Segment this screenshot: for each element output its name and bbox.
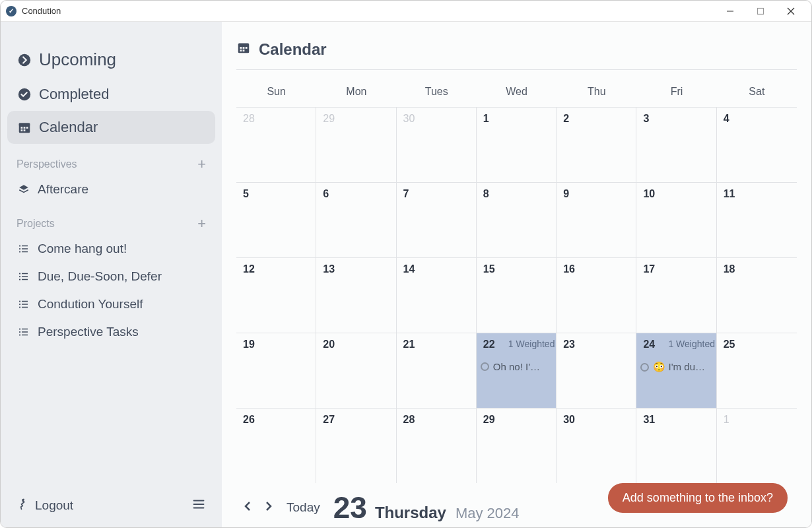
- svg-point-30: [19, 306, 20, 308]
- calendar-cell[interactable]: 18: [717, 257, 797, 333]
- svg-point-37: [22, 498, 24, 500]
- calendar-cell[interactable]: 4: [717, 107, 797, 182]
- today-button[interactable]: Today: [287, 500, 320, 515]
- current-month: May 2024: [456, 505, 520, 522]
- day-number: 7: [403, 188, 469, 200]
- add-perspective-button[interactable]: +: [197, 156, 206, 173]
- calendar-cell[interactable]: 27: [316, 408, 396, 483]
- calendar-cell[interactable]: 29: [477, 408, 557, 483]
- logout-button[interactable]: Logout: [17, 498, 73, 514]
- day-number: 26: [243, 414, 309, 426]
- svg-rect-8: [21, 127, 23, 129]
- task-checkbox[interactable]: [640, 363, 649, 372]
- day-number: 30: [403, 113, 469, 125]
- svg-rect-9: [24, 127, 26, 129]
- calendar-cell[interactable]: 5: [236, 182, 316, 257]
- svg-point-36: [19, 334, 20, 335]
- calendar-cell[interactable]: 26: [236, 408, 316, 483]
- svg-rect-7: [19, 123, 30, 126]
- day-number: 28: [403, 414, 469, 426]
- project-item[interactable]: Perspective Tasks: [7, 318, 215, 346]
- day-number: 23: [563, 339, 629, 350]
- calendar-cell[interactable]: 19: [236, 333, 316, 408]
- add-project-button[interactable]: +: [197, 215, 206, 232]
- prev-button[interactable]: [243, 502, 252, 513]
- svg-point-22: [19, 273, 20, 274]
- calendar-cell[interactable]: 25: [717, 333, 797, 408]
- calendar-cell[interactable]: 8: [477, 182, 557, 257]
- calendar-cell[interactable]: 6: [316, 182, 396, 257]
- calendar-cell[interactable]: 1: [477, 107, 557, 182]
- calendar-cell[interactable]: 31: [636, 408, 716, 483]
- task-checkbox[interactable]: [481, 362, 489, 371]
- calendar-cell[interactable]: 13: [316, 257, 396, 333]
- svg-rect-42: [240, 47, 242, 49]
- svg-rect-43: [243, 47, 245, 49]
- calendar-cell[interactable]: 1: [717, 408, 797, 483]
- projects-header: Projects +: [7, 209, 215, 235]
- chevron-circle-icon: [17, 53, 32, 67]
- calendar-cell[interactable]: 21: [397, 333, 477, 408]
- menu-button[interactable]: [191, 497, 206, 514]
- calendar-cell[interactable]: 16: [557, 257, 636, 333]
- sidebar: Upcoming Completed Calendar Perspectives…: [1, 22, 222, 527]
- task-item[interactable]: 😳 I'm du…: [640, 361, 712, 373]
- day-of-week-header: Fri: [636, 86, 716, 107]
- calendar-cell[interactable]: 7: [397, 182, 477, 257]
- project-item[interactable]: Condution Yourself: [7, 290, 215, 318]
- current-day-name: Thursday: [375, 504, 446, 522]
- calendar-cell[interactable]: 3: [636, 107, 716, 182]
- next-button[interactable]: [264, 502, 273, 513]
- logout-icon: [17, 498, 30, 514]
- list-icon: [17, 298, 31, 310]
- maximize-button[interactable]: [745, 1, 776, 22]
- nav-completed[interactable]: Completed: [7, 78, 215, 111]
- layers-icon: [17, 183, 31, 195]
- titlebar: ✓ Condution: [1, 1, 811, 22]
- calendar-cell[interactable]: 28: [397, 408, 477, 483]
- calendar-cell[interactable]: 30: [397, 107, 477, 182]
- close-button[interactable]: [776, 1, 806, 22]
- project-label: Come hang out!: [38, 242, 127, 256]
- calendar-cell[interactable]: 10: [636, 182, 716, 257]
- project-item[interactable]: Due, Due-Soon, Defer: [7, 263, 215, 290]
- day-number: 30: [563, 414, 629, 426]
- app-icon: ✓: [6, 6, 17, 16]
- day-number: 31: [643, 414, 709, 426]
- calendar-cell[interactable]: 221 WeightedOh no! I'…: [477, 333, 557, 408]
- svg-rect-11: [21, 129, 23, 131]
- svg-rect-44: [246, 47, 248, 49]
- calendar-cell[interactable]: 30: [557, 408, 636, 483]
- calendar-cell[interactable]: 17: [636, 257, 716, 333]
- perspective-item[interactable]: Aftercare: [7, 176, 215, 203]
- day-of-week-header: Wed: [477, 86, 557, 107]
- calendar-cell[interactable]: 29: [316, 107, 396, 182]
- calendar-cell[interactable]: 28: [236, 107, 316, 182]
- calendar-cell[interactable]: 2: [557, 107, 636, 182]
- list-icon: [17, 271, 31, 282]
- calendar-cell[interactable]: 12: [236, 257, 316, 333]
- calendar-cell[interactable]: 20: [316, 333, 396, 408]
- minimize-button[interactable]: [715, 1, 745, 22]
- day-number: 17: [643, 263, 709, 275]
- current-day-number: 23: [333, 490, 367, 525]
- svg-point-35: [19, 331, 20, 333]
- project-item[interactable]: Come hang out!: [7, 235, 215, 263]
- project-label: Condution Yourself: [38, 297, 143, 312]
- nav-calendar[interactable]: Calendar: [7, 111, 215, 144]
- calendar-cell[interactable]: 241 Weighted😳 I'm du…: [636, 333, 716, 408]
- add-to-inbox-button[interactable]: Add something to the inbox?: [608, 483, 788, 513]
- day-number: 28: [243, 113, 309, 125]
- task-item[interactable]: Oh no! I'…: [481, 361, 552, 372]
- calendar-cell[interactable]: 9: [557, 182, 636, 257]
- page-header: Calendar: [236, 40, 797, 70]
- nav-upcoming[interactable]: Upcoming: [7, 42, 215, 78]
- weight-badge: 1 Weighted: [668, 339, 715, 349]
- calendar-cell[interactable]: 15: [477, 257, 557, 333]
- calendar-cell[interactable]: 11: [717, 182, 797, 257]
- calendar-cell[interactable]: 23: [557, 333, 636, 408]
- calendar-cell[interactable]: 14: [397, 257, 477, 333]
- day-number: 3: [643, 113, 709, 125]
- day-number: 29: [323, 113, 389, 125]
- page-title: Calendar: [259, 40, 327, 59]
